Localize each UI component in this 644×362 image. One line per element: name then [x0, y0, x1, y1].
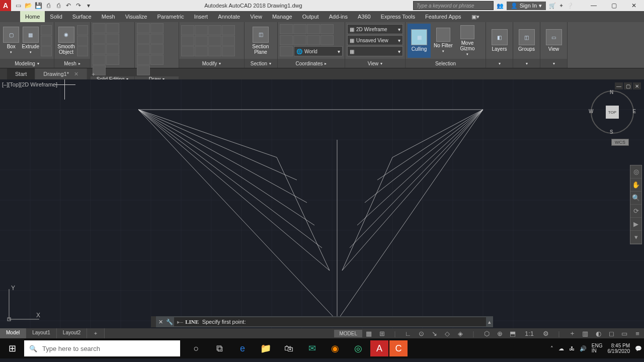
draw8[interactable]	[150, 55, 164, 65]
viewport-label[interactable]: [–][Top][2D Wireframe]	[2, 81, 57, 87]
se3[interactable]	[93, 34, 106, 44]
mod11[interactable]	[208, 46, 221, 56]
tab-view[interactable]: View	[245, 11, 267, 22]
notifications-icon[interactable]: 💬	[635, 345, 642, 352]
osnap-icon[interactable]: ◇	[441, 328, 454, 338]
mod6[interactable]	[195, 36, 208, 46]
help-search-input[interactable]: Type a keyword or phrase	[413, 1, 494, 10]
clean-icon[interactable]: ▭	[618, 328, 631, 338]
draw2[interactable]	[150, 23, 164, 33]
nav-showmotion-icon[interactable]: ▶	[630, 218, 641, 231]
help-icon[interactable]: ❔	[567, 3, 574, 9]
tab-parametric[interactable]: Parametric	[152, 11, 189, 22]
layout-add[interactable]: ＋	[87, 328, 105, 338]
move-gizmo-button[interactable]: Move Gizmo▾	[456, 24, 479, 58]
dynamic-ucs-icon[interactable]: ⬡	[480, 328, 493, 338]
culling-button[interactable]: ▦Culling	[408, 24, 431, 58]
draw9[interactable]	[137, 65, 150, 75]
add-tab-button[interactable]: ＋	[87, 68, 100, 79]
tray-volume-icon[interactable]: 🔊	[580, 345, 587, 352]
app2-icon[interactable]: ◉	[324, 338, 346, 358]
panel-label-mesh[interactable]: Mesh▸	[54, 59, 90, 68]
mod5[interactable]	[181, 36, 194, 46]
panel-label-viewpanel[interactable]: ▾	[540, 59, 567, 68]
view-state-dropdown[interactable]: ▦Unsaved View▾	[347, 35, 403, 45]
cmdline-history-icon[interactable]: ▴	[486, 319, 493, 325]
ribbon-expand-icon[interactable]: ▣▾	[466, 11, 485, 22]
mod10[interactable]	[195, 46, 208, 56]
autocad-taskbar-icon[interactable]: A	[370, 340, 388, 356]
vp-close-icon[interactable]: ✕	[633, 82, 641, 89]
mod9[interactable]	[181, 46, 194, 56]
coord2[interactable]	[293, 24, 306, 34]
tab-visualize[interactable]: Visualize	[120, 11, 152, 22]
qat-new-icon[interactable]: ▭	[13, 1, 23, 11]
panel-label-modify[interactable]: Modify▾	[179, 59, 244, 68]
anno-scale[interactable]: 1:1	[519, 328, 539, 338]
panel-label-coordinates[interactable]: Coordinates▸	[278, 59, 345, 68]
mod4[interactable]	[222, 25, 235, 35]
store-icon[interactable]: 🛍	[278, 338, 300, 358]
viewcube[interactable]: TOP N S W E	[590, 89, 635, 135]
tray-up-icon[interactable]: ˄	[550, 345, 553, 352]
modeling-sm1[interactable]	[41, 25, 52, 35]
gear-icon[interactable]: ⚙	[539, 328, 552, 338]
modeling-sm2[interactable]	[41, 36, 52, 46]
qat-open-icon[interactable]: 📂	[23, 1, 33, 11]
tab-featured[interactable]: Featured Apps	[420, 11, 466, 22]
selection-cycling-icon[interactable]: ⬒	[506, 328, 519, 338]
drawing-tab[interactable]: Drawing1*✕	[35, 68, 87, 79]
coord1[interactable]	[280, 24, 293, 34]
polar-icon[interactable]: ⊙	[415, 328, 428, 338]
isolate-icon[interactable]: ◻	[605, 328, 618, 338]
layers-button[interactable]: ◧Layers	[488, 24, 511, 58]
mod3[interactable]	[208, 25, 221, 35]
box-button[interactable]: ▢Box▾	[2, 24, 21, 58]
se1[interactable]	[93, 23, 106, 33]
qat-print-icon[interactable]: ⎙	[53, 1, 63, 11]
draw6[interactable]	[150, 44, 164, 54]
dynamic-input-icon[interactable]: ⊕	[493, 328, 506, 338]
draw4[interactable]	[150, 34, 164, 44]
visual-style-dropdown[interactable]: ▦2D Wireframe▾	[347, 24, 403, 34]
taskview-icon[interactable]: ⧉	[208, 338, 230, 358]
command-line[interactable]: ✕ 🔧 ▸–LINE Specify first point: ▴	[151, 316, 493, 327]
tab-insert[interactable]: Insert	[189, 11, 213, 22]
mesh-sm3[interactable]	[77, 46, 88, 56]
infocenter-icon[interactable]: 👥	[497, 3, 504, 9]
close-button[interactable]: ✕	[624, 0, 644, 11]
qat-saveas-icon[interactable]: ⎙	[43, 1, 53, 11]
smooth-object-button[interactable]: ◉Smooth Object	[56, 24, 76, 58]
cmdline-options-icon[interactable]: 🔧	[165, 319, 174, 325]
app-logo[interactable]: A	[0, 0, 11, 11]
se6[interactable]	[106, 44, 119, 54]
vp-maximize-icon[interactable]: ▢	[624, 82, 632, 89]
se7[interactable]	[93, 55, 106, 65]
panel-label-section[interactable]: Section▾	[245, 59, 277, 68]
tab-addins[interactable]: Add-ins	[324, 11, 353, 22]
camtasia-icon[interactable]: C	[389, 340, 408, 356]
se4[interactable]	[106, 34, 119, 44]
ortho-icon[interactable]: ∟	[401, 328, 415, 338]
tab-output[interactable]: Output	[297, 11, 324, 22]
tab-mesh[interactable]: Mesh	[97, 11, 120, 22]
edge-icon[interactable]: e	[231, 338, 254, 358]
mod12[interactable]	[222, 46, 235, 56]
draw5[interactable]	[137, 44, 150, 54]
nav-orbit-icon[interactable]: ⟳	[630, 205, 641, 218]
app-icon[interactable]: ✦	[559, 3, 564, 9]
groups-button[interactable]: ◫Groups	[515, 24, 538, 58]
customize-icon[interactable]: ≡	[631, 328, 644, 338]
layout-model[interactable]: Model	[0, 328, 26, 338]
se2[interactable]	[106, 23, 119, 33]
draw1[interactable]	[137, 23, 150, 33]
signin-button[interactable]: 👤 Sign In ▾	[507, 2, 546, 10]
extrude-button[interactable]: ▦Extrude▾	[22, 24, 40, 58]
plus-icon[interactable]: ＋	[566, 328, 579, 338]
viewpanel-button[interactable]: ▭View	[542, 24, 565, 58]
se5[interactable]	[93, 44, 106, 54]
close-tab-icon[interactable]: ✕	[74, 71, 78, 77]
tab-surface[interactable]: Surface	[67, 11, 97, 22]
vp-minimize-icon[interactable]: —	[615, 82, 623, 89]
tab-home[interactable]: Home	[20, 11, 45, 22]
